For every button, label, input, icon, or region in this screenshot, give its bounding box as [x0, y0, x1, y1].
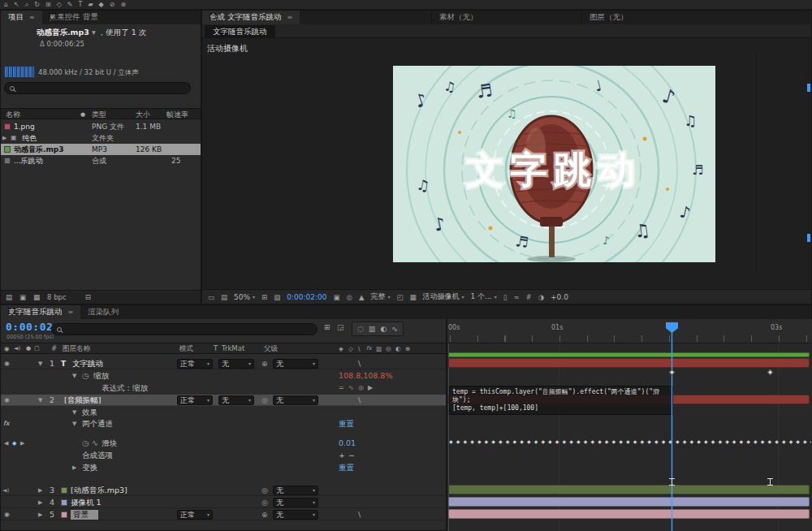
group-name[interactable]: 变换 — [82, 462, 97, 473]
effect-name[interactable]: 两个通道 — [82, 418, 113, 430]
layer-name[interactable]: [动感音乐.mp3] — [71, 485, 127, 496]
twirl-icon[interactable]: ▼ — [72, 407, 76, 418]
show-channel-icon[interactable]: ▲ — [359, 293, 365, 301]
timeline-search-input[interactable] — [66, 326, 312, 334]
layer-row-text[interactable]: ◉ ▼ 1 T 文字跳动 正常▾ 无▾ ⊕ 无▾ \ — [1, 358, 446, 369]
timeline-graph[interactable]: 00s 01s 03s temp = thisComp.layer("音频振幅"… — [447, 319, 812, 531]
panel-menu-icon[interactable]: ≡ — [287, 14, 293, 21]
pen-tool-icon[interactable]: ✎ — [67, 0, 73, 10]
column-type[interactable]: 类型 — [92, 109, 106, 120]
layer-duration-bar-text[interactable] — [448, 358, 810, 368]
mode-select[interactable]: 正常▾ — [177, 395, 213, 405]
display-icon[interactable]: ▭ — [208, 293, 214, 301]
work-area-bar[interactable] — [448, 352, 810, 357]
expression-pickwhip-icon[interactable]: ◎ — [358, 382, 364, 394]
label-color-chip[interactable] — [61, 487, 67, 494]
layer-row-music[interactable]: ◄) ▶ 3 [动感音乐.mp3] ◎ 无▾ — [1, 485, 446, 496]
property-row-scale[interactable]: ▼ ◷ 缩放 108.8,108.8% — [1, 370, 446, 382]
add-reference-button[interactable]: + — [339, 450, 345, 461]
exposure-value[interactable]: +0.0 — [551, 293, 568, 301]
time-ruler[interactable]: 00s 01s 03s — [447, 319, 812, 343]
show-snapshot-icon[interactable]: ◎ — [346, 293, 352, 301]
motion-blur-icon[interactable]: ◐ — [380, 325, 387, 333]
color-depth-button[interactable]: 8 bpc — [47, 293, 67, 301]
twirl-icon[interactable]: ▶ — [38, 497, 42, 508]
layer-row-background[interactable]: ◉ ▶ 5 背景 正常▾ ⊕ 无▾ \ — [1, 509, 446, 520]
property-row-expression[interactable]: 表达式：缩放 = ∿ ◎ ▶ — [1, 382, 446, 394]
reset-link[interactable]: 重置 — [339, 462, 354, 473]
grid-options-icon[interactable]: ⊞ — [261, 293, 267, 301]
parent-select[interactable]: 无▾ — [273, 486, 318, 495]
panel-menu-icon[interactable]: ≡ — [29, 14, 35, 21]
column-fps[interactable]: 帧速率 — [166, 109, 188, 120]
transparency-grid-icon[interactable]: ▦ — [409, 293, 416, 301]
scale-value[interactable]: 108.8,108.8% — [339, 370, 392, 382]
group-row-effects[interactable]: ▼ 效果 — [1, 407, 446, 418]
expression-graph-icon[interactable]: ∿ — [348, 382, 354, 394]
layer-duration-bar-camera[interactable] — [448, 497, 810, 507]
dropdown-icon[interactable]: ▾ — [92, 28, 96, 37]
timeline-search[interactable] — [51, 323, 317, 335]
twirl-icon[interactable]: ▶ — [72, 462, 76, 473]
twirl-icon[interactable]: ▼ — [72, 418, 76, 430]
layer-name[interactable]: 背景 — [71, 510, 98, 520]
tab-layer[interactable]: 图层（无） — [581, 11, 636, 24]
next-keyframe-icon[interactable]: ▶ — [20, 438, 24, 449]
in-point-marker[interactable] — [669, 478, 675, 486]
view-layout-select[interactable]: 1 个... ▾ — [471, 291, 497, 302]
tab-timeline-comp[interactable]: ▪ 文字随音乐跳动 ≡ — [1, 305, 80, 319]
twirl-icon[interactable]: ▶ — [38, 509, 42, 520]
flowchart-icon[interactable]: # — [526, 293, 532, 301]
eye-icon[interactable]: ◉ — [4, 395, 10, 406]
composition-mini-flowchart-icon[interactable]: ⊞ — [324, 323, 330, 331]
column-name[interactable]: 名称 — [6, 109, 20, 120]
label-color-chip[interactable] — [4, 146, 11, 153]
column-mode[interactable]: 模式 — [179, 343, 193, 354]
slider-keyframes[interactable]: ◆ ◆ ◆ ◆ ◆ ◆ ◆ ◆ ◆ ◆ ◆ ◆ ◆ ◆ ◆ ◆ ◆ ◆ ◆ ◆ … — [449, 438, 811, 446]
selection-tool-icon[interactable]: ↖ — [14, 0, 19, 10]
group-row-comp-options[interactable]: 合成选项 + − — [1, 450, 446, 461]
quality-switch[interactable]: \ — [358, 395, 361, 406]
viewer-timecode[interactable]: 0:00:02:00 — [287, 293, 326, 301]
out-point-marker[interactable] — [767, 478, 773, 486]
type-tool-icon[interactable]: T — [79, 0, 83, 10]
quality-switch[interactable]: \ — [358, 358, 361, 369]
property-name[interactable]: 滑块 — [102, 438, 117, 449]
group-row-transform[interactable]: ▶ 变换 重置 — [1, 462, 446, 473]
mini-timeline-icon[interactable]: ▤ — [221, 293, 227, 301]
table-row-selected[interactable]: 动感音乐.mp3 MP3 126 KB — [1, 144, 201, 155]
comp-viewer-tab[interactable]: 文字随音乐跳动 — [205, 25, 275, 38]
layer-name[interactable]: [音频振幅] — [64, 395, 101, 406]
fast-previews-icon[interactable]: ≈ — [513, 293, 519, 301]
column-size[interactable]: 大小 — [136, 109, 150, 120]
graph-editor-icon[interactable]: ∿ — [391, 325, 398, 333]
eraser-tool-icon[interactable]: ⊘ — [110, 0, 115, 10]
parent-pickwhip-icon[interactable]: ◎ — [261, 485, 268, 496]
tab-effect-controls[interactable]: ▪ 效果控件 背景 — [42, 11, 106, 24]
pan-behind-tool-icon[interactable]: ◇ — [57, 0, 62, 10]
layer-duration-bar-music[interactable] — [448, 485, 810, 494]
current-keyframe-icon[interactable]: ◆ — [12, 438, 16, 449]
label-color-chip[interactable] — [61, 512, 67, 518]
group-name[interactable]: 效果 — [82, 407, 97, 418]
draft-3d-icon[interactable]: ◲ — [337, 323, 344, 331]
twirl-icon[interactable]: ▶ — [2, 132, 6, 144]
region-of-interest-icon[interactable]: ◰ — [396, 293, 403, 301]
twirl-icon[interactable]: ▼ — [38, 358, 42, 369]
expression-editor[interactable]: temp = thisComp.layer("音频振幅").effect("两个… — [449, 386, 673, 415]
layer-row-camera[interactable]: ▶ 4 摄像机 1 ◎ 无▾ — [1, 497, 446, 508]
column-trkmat[interactable]: TrkMat — [222, 343, 244, 354]
speaker-icon[interactable]: ◄) — [2, 485, 9, 496]
tab-render-queue[interactable]: 渲染队列 — [80, 305, 126, 319]
magnification-select[interactable]: 50% ▾ — [234, 293, 255, 301]
parent-pickwhip-icon[interactable]: ⊕ — [261, 358, 268, 369]
reset-exposure-icon[interactable]: ◑ — [538, 293, 544, 301]
layer-name[interactable]: 文字跳动 — [72, 358, 103, 369]
project-search-input[interactable] — [19, 84, 185, 93]
trkmat-select[interactable]: 无▾ — [218, 359, 254, 369]
column-layer-name[interactable]: 图层名称 — [63, 343, 90, 354]
layer-name[interactable]: 摄像机 1 — [71, 497, 102, 508]
current-time-indicator-line[interactable] — [672, 330, 672, 531]
group-name[interactable]: 合成选项 — [82, 450, 113, 461]
interpret-footage-icon[interactable]: ▤ — [6, 293, 12, 301]
